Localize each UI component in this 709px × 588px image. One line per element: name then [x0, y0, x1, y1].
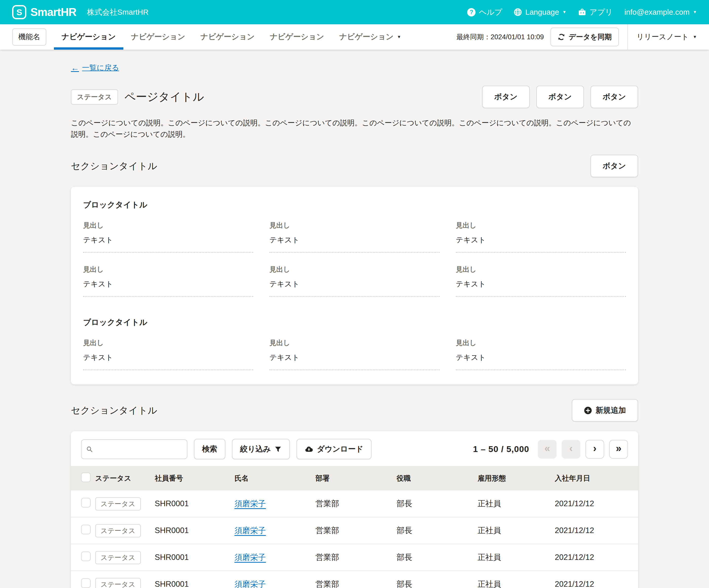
employee-name-cell: 須磨栄子: [234, 517, 315, 544]
download-button[interactable]: ダウンロード: [296, 439, 371, 459]
table-row: ステータスSHR0001須磨栄子営業部部長正社員2021/12/12: [71, 571, 638, 588]
last-page-button[interactable]: »: [609, 440, 628, 459]
search-input[interactable]: [96, 445, 182, 453]
joined-date-cell: 2021/12/12: [555, 490, 638, 517]
field-label: 見出し: [83, 265, 253, 274]
release-notes-menu[interactable]: リリースノート ▼: [637, 32, 697, 42]
row-status-badge: ステータス: [95, 497, 141, 510]
main-content: ← 一覧に戻る ステータス ページタイトル ボタンボタンボタン このページについ…: [71, 63, 638, 588]
pagination-buttons: «‹›»: [538, 440, 628, 459]
employee-name-link[interactable]: 須磨栄子: [234, 553, 266, 562]
back-to-list-link[interactable]: ← 一覧に戻る: [71, 63, 119, 73]
employee-name-link[interactable]: 須磨栄子: [234, 580, 266, 588]
nav-item[interactable]: ナビゲーション: [123, 24, 193, 50]
filter-label: 絞り込み: [240, 444, 271, 454]
download-label: ダウンロード: [317, 444, 363, 454]
table-toolbar: 検索 絞り込み ダウンロード 1 – 50 / 5,000 «‹›»: [71, 431, 638, 466]
employee-table: ステータス社員番号氏名部署役職雇用形態入社年月日 ステータスSHR0001須磨栄…: [71, 466, 638, 588]
column-header: 入社年月日: [555, 466, 638, 490]
cloud-download-icon: [305, 445, 313, 454]
info-section-title: セクションタイトル: [71, 160, 157, 172]
select-all-checkbox[interactable]: [81, 473, 90, 482]
column-header: 雇用形態: [477, 466, 555, 490]
employee-name-link[interactable]: 須磨栄子: [234, 526, 266, 535]
field-label: 見出し: [269, 338, 440, 347]
column-header: 部署: [315, 466, 396, 490]
row-checkbox[interactable]: [81, 498, 90, 507]
briefcase-icon: [578, 8, 586, 16]
employee-name-cell: 須磨栄子: [234, 571, 315, 588]
search-icon: [86, 446, 93, 453]
employment-type-cell: 正社員: [477, 517, 555, 544]
data-sync-button[interactable]: データを同期: [550, 28, 619, 46]
row-checkbox[interactable]: [81, 525, 90, 534]
page-action-button[interactable]: ボタン: [536, 86, 584, 108]
page-description: このページについての説明。このページについての説明。このページについての説明。こ…: [71, 117, 638, 140]
nav-divider: [627, 24, 628, 50]
filter-funnel-icon: [274, 446, 282, 453]
search-box: [81, 439, 187, 459]
employment-type-cell: 正社員: [477, 544, 555, 571]
page-title-row: ステータス ページタイトル ボタンボタンボタン: [71, 86, 638, 108]
employee-name-link[interactable]: 須磨栄子: [234, 499, 266, 508]
add-new-button[interactable]: 新規追加: [572, 399, 638, 422]
first-page-button: «: [538, 440, 556, 459]
company-name: 株式会社SmartHR: [87, 7, 149, 18]
employee-number-cell: SHR0001: [155, 517, 234, 544]
nav-item[interactable]: ナビゲーション: [262, 24, 332, 50]
nav-item-label: ナビゲーション: [339, 32, 394, 42]
nav-tabs: ナビゲーションナビゲーションナビゲーションナビゲーションナビゲーション▼: [54, 24, 409, 50]
release-notes-label: リリースノート: [637, 32, 689, 42]
info-section-button[interactable]: ボタン: [590, 155, 638, 177]
employee-name-cell: 須磨栄子: [234, 544, 315, 571]
field-value: テキスト: [83, 352, 253, 370]
page-action-button[interactable]: ボタン: [590, 86, 638, 108]
search-button[interactable]: 検索: [194, 439, 226, 459]
employee-name-cell: 須磨栄子: [234, 490, 315, 517]
next-page-button[interactable]: ›: [585, 440, 604, 459]
field-value: テキスト: [83, 279, 253, 297]
column-header: ステータス: [95, 466, 155, 490]
header-actions: ? ヘルプ Language ▼ アプリ info@examp: [467, 7, 697, 18]
row-status-badge: ステータス: [95, 551, 141, 564]
status-cell: ステータス: [95, 490, 155, 517]
apps-menu[interactable]: アプリ: [578, 7, 613, 18]
joined-date-cell: 2021/12/12: [555, 571, 638, 588]
nav-item[interactable]: ナビゲーション: [54, 24, 123, 50]
role-cell: 部長: [396, 544, 477, 571]
row-checkbox[interactable]: [81, 552, 90, 561]
row-status-badge: ステータス: [95, 578, 141, 588]
field-grid: 見出しテキスト見出しテキスト見出しテキスト見出しテキスト見出しテキスト見出しテキ…: [83, 221, 626, 297]
help-menu[interactable]: ? ヘルプ: [467, 7, 502, 18]
brand-name: SmartHR: [30, 6, 76, 19]
data-sync-label: データを同期: [569, 32, 612, 42]
status-cell: ステータス: [95, 517, 155, 544]
select-all-cell: [71, 466, 95, 490]
chevron-down-icon: ▼: [397, 35, 401, 39]
prev-page-button: ‹: [562, 440, 580, 459]
row-checkbox[interactable]: [81, 578, 90, 588]
field-label: 見出し: [456, 221, 626, 230]
account-menu[interactable]: info@example.com ▼: [625, 8, 697, 17]
language-label: Language: [525, 8, 559, 17]
apps-label: アプリ: [589, 7, 613, 18]
nav-item[interactable]: ナビゲーション: [193, 24, 262, 50]
field: 見出しテキスト: [269, 265, 440, 297]
page-action-button[interactable]: ボタン: [482, 86, 530, 108]
nav-item[interactable]: ナビゲーション▼: [332, 24, 409, 50]
filter-button[interactable]: 絞り込み: [232, 439, 290, 459]
joined-date-cell: 2021/12/12: [555, 517, 638, 544]
language-menu[interactable]: Language ▼: [514, 8, 566, 17]
nav-right: 最終同期：2024/01/01 10:09 データを同期 リリースノート ▼: [456, 24, 697, 50]
table-row: ステータスSHR0001須磨栄子営業部部長正社員2021/12/12: [71, 544, 638, 571]
field: 見出しテキスト: [83, 221, 253, 253]
table-card: 検索 絞り込み ダウンロード 1 – 50 / 5,000 «‹›»: [71, 431, 638, 588]
field-value: テキスト: [269, 235, 440, 253]
table-header-row: ステータス社員番号氏名部署役職雇用形態入社年月日: [71, 466, 638, 490]
nav-item-label: ナビゲーション: [61, 32, 116, 42]
field-label: 見出し: [269, 265, 440, 274]
smarthr-logo[interactable]: S SmartHR: [12, 5, 76, 19]
field: 見出しテキスト: [83, 265, 253, 297]
back-link-label: 一覧に戻る: [82, 63, 119, 73]
feature-name-badge: 機能名: [12, 28, 46, 46]
